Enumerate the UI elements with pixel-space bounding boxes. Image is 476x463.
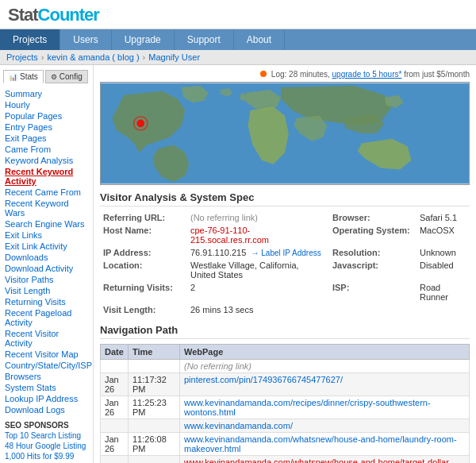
os-value: MacOSX — [416, 224, 470, 246]
logo-counter: Counter — [38, 5, 99, 25]
row-time: 11:17:32 PM — [129, 373, 180, 396]
row-page: www.kevinandamanda.com/ — [180, 419, 470, 433]
nav-projects[interactable]: Projects — [0, 29, 60, 50]
resolution-value: Unknown — [416, 246, 470, 259]
col-date-header: Date — [101, 345, 129, 360]
label-ip-link[interactable]: → Label IP Address — [251, 249, 321, 257]
col-time-header: Time — [129, 345, 180, 360]
row-time — [129, 419, 180, 433]
sidebar-recent-pageload[interactable]: Recent Pageload Activity — [3, 307, 90, 328]
host-value: cpe-76-91-110-215.socal.res.rr.com — [187, 224, 329, 246]
sidebar-recent-visitor-map[interactable]: Recent Visitor Map — [3, 349, 90, 360]
row-page: www.kevinandamanda.com/recipes/dinner/cr… — [180, 396, 470, 419]
sidebar-entry-pages[interactable]: Entry Pages — [3, 122, 90, 133]
header: StatCounter — [0, 0, 476, 29]
sidebar-country-state[interactable]: Country/State/City/ISP — [3, 360, 90, 371]
host-label: Host Name: — [100, 224, 187, 246]
breadcrumb-sep2: › — [143, 52, 146, 62]
navbar: Projects Users Upgrade Support About — [0, 29, 476, 50]
row-page: pinterest.com/pin/174936766745477627/ — [180, 373, 470, 396]
sidebar-search-engine-wars[interactable]: Search Engine Wars — [3, 218, 90, 230]
row-date — [101, 456, 129, 464]
visit-length-value: 26 mins 13 secs — [187, 303, 329, 316]
visitor-analysis-section: Visitor Analysis & System Spec Referring… — [100, 191, 470, 316]
breadcrumb-sep1: › — [41, 52, 44, 62]
javascript-value: Disabled — [416, 259, 470, 281]
sidebar-exit-link-activity[interactable]: Exit Link Activity — [3, 241, 90, 252]
seo-link-2[interactable]: 1,000 Hits for $9.99 — [3, 451, 90, 461]
sidebar-visitor-paths[interactable]: Visitor Paths — [3, 274, 90, 285]
sidebar-tabs: 📊 Stats ⚙ Config — [3, 70, 90, 83]
sidebar-came-from[interactable]: Came From — [3, 144, 90, 155]
returning-value: 2 — [187, 281, 329, 303]
breadcrumb-blog[interactable]: kevin & amanda ( blog ) — [47, 52, 139, 62]
sidebar-popular-pages[interactable]: Popular Pages — [3, 110, 90, 122]
sidebar-exit-links[interactable]: Exit Links — [3, 230, 90, 241]
logo: StatCounter — [8, 5, 468, 25]
javascript-label: Javascript: — [329, 259, 416, 281]
row-date: Jan 26 — [101, 433, 129, 456]
chart-icon: 📊 — [9, 73, 17, 81]
log-text: Log: — [271, 70, 286, 79]
col-page-header: WebPage — [180, 345, 470, 360]
ip-value: 76.91.110.215 → Label IP Address — [187, 246, 329, 259]
location-value: Westlake Village, California, United Sta… — [187, 259, 329, 281]
row-date — [101, 419, 129, 433]
row-date: Jan 26 — [101, 396, 129, 419]
sidebar-returning-visits[interactable]: Returning Visits — [3, 296, 90, 307]
svg-point-1 — [136, 120, 144, 128]
row-date: Jan 26 — [101, 373, 129, 396]
sidebar-exit-pages[interactable]: Exit Pages — [3, 133, 90, 144]
gear-icon: ⚙ — [51, 73, 57, 81]
nav-users[interactable]: Users — [60, 29, 111, 50]
seo-link-1[interactable]: 48 Hour Google Listing — [3, 441, 90, 451]
sidebar-system-stats[interactable]: System Stats — [3, 382, 90, 393]
logo-stat: Stat — [8, 5, 38, 25]
sidebar-keyword-analysis[interactable]: Keyword Analysis — [3, 155, 90, 166]
table-row: Jan 2611:25:23 PMwww.kevinandamanda.com/… — [101, 396, 470, 419]
nav-upgrade[interactable]: Upgrade — [112, 29, 175, 50]
sidebar-recent-came-from[interactable]: Recent Came From — [3, 187, 90, 198]
sidebar-recent-keyword-activity[interactable]: Recent Keyword Activity — [3, 166, 90, 187]
row-date — [101, 360, 129, 373]
resolution-label: Resolution: — [329, 246, 416, 259]
sidebar-download-activity[interactable]: Download Activity — [3, 263, 90, 274]
row-time: 11:26:08 PM — [129, 433, 180, 456]
sidebar-download-logs[interactable]: Download Logs — [3, 404, 90, 415]
seo-link-0[interactable]: Top 10 Search Listing — [3, 430, 90, 441]
sidebar-lookup-ip[interactable]: Lookup IP Address — [3, 393, 90, 404]
breadcrumb-projects[interactable]: Projects — [6, 52, 38, 62]
sidebar-recent-keyword-wars[interactable]: Recent Keyword Wars — [3, 198, 90, 218]
world-map — [100, 82, 470, 185]
sidebar-summary[interactable]: Summary — [3, 88, 90, 99]
table-row: Jan 2611:17:32 PMpinterest.com/pin/17493… — [101, 373, 470, 396]
main-layout: 📊 Stats ⚙ Config Summary Hourly Popular … — [0, 65, 476, 463]
log-bar: Log: 28 minutes, upgrade to 5 hours* fro… — [100, 70, 470, 79]
breadcrumb: Projects › kevin & amanda ( blog ) › Mag… — [0, 50, 476, 65]
sidebar-browsers[interactable]: Browsers — [3, 371, 90, 382]
log-dot-icon — [260, 71, 267, 77]
sidebar-hourly[interactable]: Hourly — [3, 99, 90, 110]
row-time: 11:25:23 PM — [129, 396, 180, 419]
map-svg — [101, 83, 469, 184]
sidebar-visit-length[interactable]: Visit Length — [3, 285, 90, 296]
ref-url-value: (No referring link) — [187, 211, 329, 224]
table-row: www.kevinandamanda.com/ — [101, 419, 470, 433]
nav-support[interactable]: Support — [175, 29, 234, 50]
browser-value: Safari 5.1 — [416, 211, 470, 224]
sidebar-recent-visitor-activity[interactable]: Recent Visitor Activity — [3, 328, 90, 349]
ip-label: IP Address: — [100, 246, 187, 259]
tab-stats[interactable]: 📊 Stats — [3, 70, 44, 83]
visitor-info-table: Referring URL: (No referring link) Brows… — [100, 211, 470, 316]
table-row: Jan 2611:26:08 PMwww.kevinandamanda.com/… — [101, 433, 470, 456]
nav-path-title: Navigation Path — [100, 324, 470, 339]
nav-about[interactable]: About — [234, 29, 285, 50]
sidebar-downloads[interactable]: Downloads — [3, 252, 90, 263]
visit-length-label: Visit Length: — [100, 303, 187, 316]
row-page: www.kevinandamanda.com/whatsnew/house-an… — [180, 433, 470, 456]
tab-config[interactable]: ⚙ Config — [45, 70, 88, 83]
table-row: www.kevinandamanda.com/whatsnew/house-an… — [101, 456, 470, 464]
log-suffix: from just $5/month — [404, 70, 470, 79]
nav-path-section: Navigation Path Date Time WebPage (No re… — [100, 324, 470, 463]
upgrade-link[interactable]: upgrade to 5 hours* — [332, 70, 402, 79]
